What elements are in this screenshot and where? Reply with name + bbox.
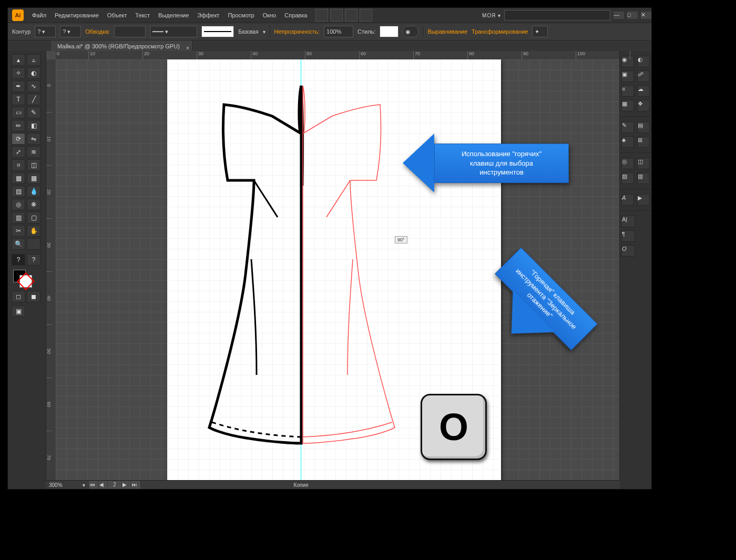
transform-label[interactable]: Трансформирование (472, 28, 528, 35)
pencil-tool[interactable]: ✏ (12, 120, 25, 131)
selection-tool[interactable]: ▴ (12, 54, 25, 66)
gradient-icon[interactable]: ▥ (637, 172, 650, 184)
line-segment-tool[interactable]: ╱ (27, 94, 40, 105)
pen-tool[interactable]: ✒ (12, 80, 25, 92)
menu-help[interactable]: Справка (284, 12, 307, 18)
draw-behind[interactable]: ◼ (27, 291, 40, 302)
search-input[interactable] (504, 10, 610, 21)
minimize-button[interactable]: — (614, 12, 624, 19)
graphic-styles-icon[interactable]: ◫ (637, 158, 650, 169)
scale-tool[interactable]: ⤢ (12, 146, 25, 158)
fill-mode[interactable]: ? (12, 254, 25, 266)
lasso-tool[interactable]: ◐ (27, 67, 40, 79)
magic-wand-tool[interactable]: ✧ (12, 67, 25, 79)
align-icon[interactable]: ▤ (637, 121, 650, 133)
fill-swatch[interactable]: ? ▾ (35, 26, 56, 37)
eraser-tool[interactable]: ◧ (27, 120, 40, 131)
prev-artboard-button[interactable]: ◀ (99, 481, 107, 488)
menu-window[interactable]: Окно (263, 12, 277, 18)
zoom-level[interactable]: 300% (46, 482, 80, 488)
viewport[interactable]: 90° Использование "горячих" клавиш для в… (56, 59, 619, 481)
last-artboard-button[interactable]: ⏭ (131, 481, 140, 488)
blend-tool[interactable]: ◎ (12, 199, 25, 210)
symbols-icon[interactable]: ♣ (621, 136, 634, 148)
stroke-swatch-box[interactable] (19, 275, 32, 288)
stroke-label[interactable]: Обводка: (85, 28, 110, 35)
artboard-nav[interactable]: ⏮ ◀ 2 ▶ ⏭ (89, 481, 140, 488)
stroke-weight[interactable] (114, 26, 146, 37)
first-artboard-button[interactable]: ⏮ (89, 481, 98, 488)
direct-selection-tool[interactable]: ▵ (27, 54, 40, 66)
eyedropper-tool[interactable]: 💧 (27, 186, 40, 197)
gpu-icon[interactable] (360, 9, 372, 22)
paintbrush-tool[interactable]: ✎ (27, 107, 40, 118)
hand-tool[interactable]: ✋ (27, 225, 40, 237)
draw-normal[interactable]: ◻ (12, 291, 25, 302)
horizontal-ruler[interactable]: 0 10 20 30 40 50 60 70 80 90 100 (56, 51, 619, 60)
menu-edit[interactable]: Редактирование (55, 12, 99, 18)
opacity-label[interactable]: Непрозрачность: (274, 28, 320, 35)
color-guide-icon[interactable]: ◐ (637, 56, 650, 67)
screen-mode[interactable]: ▣ (12, 306, 25, 317)
vertical-ruler[interactable]: 0 10 20 30 40 50 60 70 (46, 59, 56, 481)
next-artboard-button[interactable]: ▶ (122, 481, 130, 488)
opacity-field[interactable]: 100% (324, 26, 353, 37)
mesh-tool[interactable]: ▩ (27, 172, 40, 184)
paragraph-icon[interactable]: A| (621, 216, 635, 227)
perspective-grid-tool[interactable]: ▦ (12, 172, 25, 184)
curvature-tool[interactable]: ∿ (27, 80, 40, 92)
gradient-tool[interactable]: ▤ (12, 186, 25, 197)
rectangle-tool[interactable]: ▭ (12, 107, 25, 118)
glyphs-icon[interactable]: ¶ (621, 230, 635, 242)
menu-file[interactable]: Файл (32, 12, 46, 18)
variable-width-profile[interactable]: ━━━ ▾ (150, 26, 197, 37)
style-swatch[interactable] (380, 26, 398, 37)
actions-icon[interactable]: ▶ (637, 194, 650, 206)
fill-stroke-swatch[interactable] (12, 270, 42, 288)
menu-view[interactable]: Просмотр (228, 12, 254, 18)
menu-text[interactable]: Текст (135, 12, 150, 18)
arrange-docs-icon[interactable] (345, 9, 357, 22)
close-button[interactable]: ✕ (641, 12, 651, 19)
free-transform-tool[interactable]: ⌗ (12, 159, 25, 171)
stroke-panel-icon[interactable]: ≡ (621, 85, 634, 97)
stroke-swatch[interactable]: ? ▾ (60, 26, 81, 37)
isolate-button[interactable]: ✦ (532, 26, 548, 37)
tools-panel: ▴ ▵ ✧ ◐ ✒ ∿ T ╱ ▭ ✎ ✏ ◧ ⟳ ⇋ ⤢ ≋ ⌗ (8, 51, 46, 481)
menu-object[interactable]: Объект (107, 12, 127, 18)
width-tool[interactable]: ≋ (27, 146, 40, 158)
brush-definition[interactable] (201, 26, 234, 37)
slice-tool[interactable]: ✂ (12, 225, 25, 237)
pathfinder-icon[interactable]: ▣ (621, 70, 634, 82)
symbol-sprayer-tool[interactable]: ❋ (27, 199, 40, 210)
menu-select[interactable]: Выделение (158, 12, 189, 18)
workspace-switcher[interactable]: МОЯ ▾ (482, 13, 501, 18)
maximize-button[interactable]: □ (627, 12, 638, 19)
reflect-tool[interactable]: ⇋ (27, 133, 40, 145)
document-tab[interactable]: Майка.ai* @ 300% (RGB/Предпросмотр GPU) … (51, 40, 193, 52)
artboard-tool[interactable]: ▢ (27, 212, 40, 223)
keycap-o: O (421, 394, 487, 460)
column-graph-tool[interactable]: ▥ (12, 212, 25, 223)
transform-icon[interactable]: ⊞ (637, 136, 650, 148)
type-tool[interactable]: T (12, 94, 25, 105)
transparency-icon[interactable]: ▨ (621, 172, 634, 184)
bridge-icon[interactable] (315, 9, 328, 22)
layers-icon[interactable]: ❖ (637, 100, 650, 111)
stroke-mode[interactable]: ? (27, 254, 40, 266)
character-icon[interactable]: A (621, 194, 634, 206)
brushes-icon[interactable]: ✎ (621, 121, 634, 133)
zoom-tool[interactable]: 🔍 (12, 238, 25, 250)
rotate-tool[interactable]: ⟳ (12, 133, 25, 145)
stock-icon[interactable] (330, 9, 343, 22)
links-icon[interactable]: ☍ (637, 70, 650, 82)
cc-libraries-icon[interactable]: ☁ (637, 85, 650, 97)
opentype-icon[interactable]: O (621, 245, 635, 257)
align-label[interactable]: Выравнивание (427, 28, 467, 35)
appearance-icon[interactable]: ◎ (621, 158, 634, 169)
shape-builder-tool[interactable]: ◫ (27, 159, 40, 171)
artboard-index[interactable]: 2 (108, 481, 121, 488)
menu-effect[interactable]: Эффект (197, 12, 219, 18)
recolor-button[interactable]: ◉ (403, 26, 418, 37)
swatches-icon[interactable]: ▦ (621, 100, 634, 111)
